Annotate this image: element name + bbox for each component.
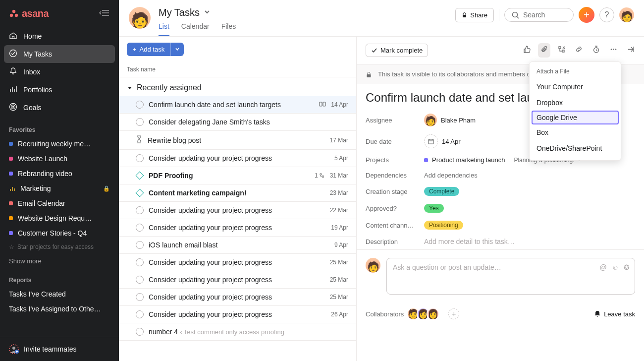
task-name: number 4‹ Test comment only access proof… [149, 328, 348, 336]
tab-files[interactable]: Files [221, 22, 236, 36]
like-icon[interactable] [523, 45, 531, 56]
check-circle-icon[interactable] [136, 293, 144, 301]
check-circle-icon[interactable] [136, 154, 144, 162]
dropdown-item[interactable]: Your Computer [530, 79, 621, 95]
favorite-item[interactable]: Customer Stories - Q4 [0, 226, 119, 241]
channel-pill[interactable]: Positioning [424, 221, 463, 230]
check-circle-icon[interactable] [136, 258, 144, 266]
report-item[interactable]: Tasks I've Assigned to Othe… [0, 301, 119, 316]
logo[interactable]: asana [9, 8, 49, 19]
svg-point-6 [10, 50, 17, 57]
timer-icon[interactable] [592, 45, 600, 56]
task-row[interactable]: Consider updating your project progress2… [119, 289, 356, 306]
create-button[interactable]: + [579, 7, 594, 23]
user-avatar[interactable]: 🧑 [619, 7, 634, 22]
description-placeholder[interactable]: Add more detail to this task… [424, 238, 515, 245]
add-task-button[interactable]: + Add task [127, 43, 170, 56]
task-row[interactable]: Confirm launch date and set launch targe… [119, 96, 356, 114]
assignee-value[interactable]: 🧑 Blake Pham [424, 114, 476, 126]
approved-pill[interactable]: Yes [424, 204, 444, 213]
close-panel-icon[interactable] [627, 45, 635, 56]
nav-inbox[interactable]: Inbox [0, 63, 119, 81]
favorite-item[interactable]: Marketing🔒 [0, 181, 119, 196]
comment-input[interactable]: Ask a question or post an update… @ ☺ ✪ [386, 258, 635, 295]
invite-teammates[interactable]: Invite teammates [0, 337, 119, 361]
logo-text: asana [22, 8, 49, 19]
nav-portfolios[interactable]: Portfolios [0, 81, 119, 99]
project-value[interactable]: Product marketing launch [424, 156, 505, 164]
favorite-item[interactable]: Website Design Requ… [0, 211, 119, 226]
favorite-item[interactable]: Recruiting weekly me… [0, 136, 119, 151]
nav-goals[interactable]: Goals [0, 99, 119, 117]
due-date-value[interactable]: 14 Apr [424, 134, 461, 148]
field-content-channel: Content chann… Positioning [357, 217, 644, 234]
calendar-icon [424, 134, 438, 148]
dropdown-item[interactable]: Dropbox [530, 95, 621, 111]
check-circle-icon[interactable] [136, 206, 144, 214]
search-input[interactable]: Search [504, 8, 574, 22]
dropdown-item[interactable]: Box [530, 124, 621, 140]
show-more[interactable]: Show more [0, 253, 119, 269]
subtask-icon[interactable] [557, 45, 566, 56]
task-row[interactable]: Consider updating your project progress2… [119, 306, 356, 323]
at-mention-icon[interactable]: @ [599, 263, 606, 271]
task-row[interactable]: Consider delegating Jane Smith's tasks [119, 114, 356, 131]
tab-list[interactable]: List [159, 22, 169, 36]
bars-icon [9, 85, 17, 95]
check-circle-icon[interactable] [136, 310, 144, 318]
task-row[interactable]: Consider updating your project progress1… [119, 219, 356, 237]
task-date: 25 Mar [330, 259, 348, 266]
stage-pill[interactable]: Complete [424, 187, 459, 196]
favorite-item[interactable]: Email Calendar [0, 196, 119, 211]
lock-icon: 🔒 [103, 185, 110, 192]
avatar[interactable]: 👩 [427, 307, 439, 320]
check-circle-icon[interactable] [136, 101, 144, 109]
task-row[interactable]: Content marketing campaign!23 Mar [119, 184, 356, 202]
task-row[interactable]: iOS launch email blast9 Apr [119, 237, 356, 254]
collapse-sidebar-icon[interactable] [99, 9, 110, 19]
profile-avatar[interactable]: 🧑 [129, 7, 151, 29]
leave-task-button[interactable]: Leave task [594, 310, 635, 318]
title-dropdown-icon[interactable] [204, 8, 211, 17]
task-row[interactable]: Consider updating your project progress2… [119, 271, 356, 289]
task-date: 31 Mar [330, 172, 348, 179]
report-item[interactable]: Tasks I've Created [0, 287, 119, 301]
check-circle-icon[interactable] [136, 118, 144, 126]
task-row[interactable]: Rewrite blog post17 Mar [119, 131, 356, 150]
add-task-dropdown[interactable] [170, 43, 184, 56]
task-name: Consider updating your project progress [149, 206, 325, 214]
task-row[interactable]: Consider updating your project progress5… [119, 150, 356, 167]
check-circle-icon[interactable] [136, 276, 144, 284]
task-row[interactable]: Consider updating your project progress2… [119, 202, 356, 219]
add-collaborator[interactable]: + [448, 308, 459, 319]
check-circle-icon[interactable] [136, 224, 144, 232]
mark-complete-button[interactable]: Mark complete [366, 44, 428, 57]
favorites-section: Recruiting weekly me…Website LaunchRebra… [0, 136, 119, 241]
task-row[interactable]: number 4‹ Test comment only access proof… [119, 323, 356, 341]
nav-my-tasks[interactable]: My Tasks [4, 45, 115, 63]
dropdown-item[interactable]: Google Drive [532, 111, 619, 124]
check-circle-icon[interactable] [136, 328, 144, 336]
task-row[interactable]: Consider updating your project progress2… [119, 254, 356, 271]
task-row[interactable]: PDF Proofing1 31 Mar [119, 167, 356, 184]
help-button[interactable]: ? [599, 7, 614, 22]
share-button[interactable]: Share [455, 8, 494, 22]
group-header[interactable]: Recently assigned [119, 77, 356, 96]
logo-icon [9, 9, 19, 19]
dropdown-item[interactable]: OneDrive/SharePoint [530, 140, 621, 156]
star-icon[interactable]: ✪ [624, 263, 630, 271]
link-icon[interactable] [575, 45, 583, 56]
favorite-item[interactable]: Website Launch [0, 151, 119, 166]
more-icon[interactable] [609, 45, 618, 56]
task-name: Consider updating your project progress [149, 293, 325, 301]
dependencies-value[interactable]: Add dependencies [424, 172, 478, 179]
emoji-icon[interactable]: ☺ [612, 263, 619, 271]
attachment-icon[interactable] [538, 43, 550, 58]
tab-calendar[interactable]: Calendar [181, 22, 210, 36]
favorites-label: Favorites [0, 119, 119, 136]
favorite-item[interactable]: Rebranding video [0, 166, 119, 181]
svg-rect-32 [429, 139, 433, 144]
check-circle-icon[interactable] [136, 241, 144, 249]
goal-icon [9, 103, 17, 113]
nav-home[interactable]: Home [0, 27, 119, 45]
